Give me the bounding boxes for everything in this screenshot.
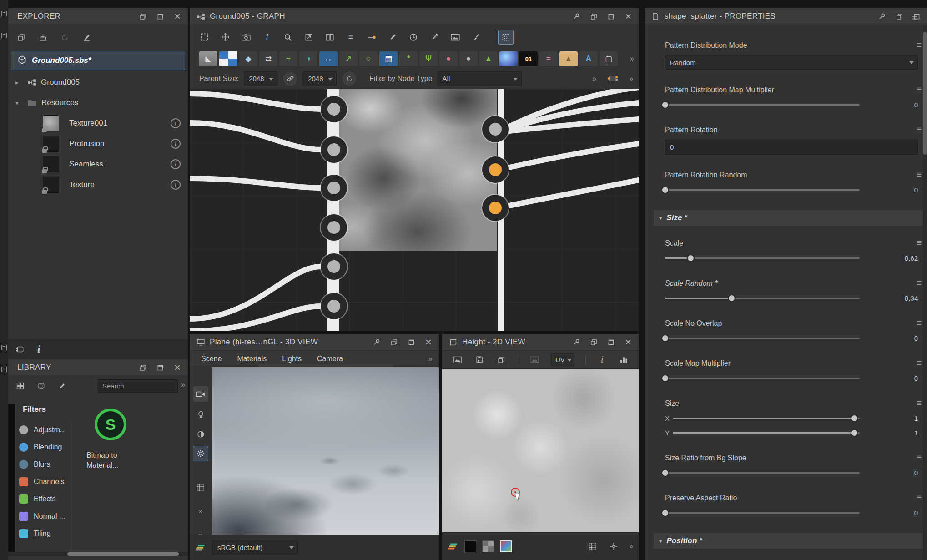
slider[interactable] — [665, 104, 860, 106]
snap-grid-button[interactable] — [498, 30, 514, 45]
graph-canvas[interactable] — [190, 89, 639, 331]
node-icon-safe-transform[interactable]: ↗ — [339, 51, 358, 66]
input-connector[interactable] — [321, 136, 347, 163]
new-package-icon[interactable] — [15, 32, 26, 43]
view3d-viewport[interactable] — [212, 367, 439, 535]
distribution-mode-select[interactable]: Random — [665, 55, 918, 70]
close-icon[interactable]: × — [622, 10, 634, 22]
import-icon[interactable] — [37, 32, 48, 43]
pin-icon[interactable] — [371, 336, 383, 348]
slider-handle[interactable] — [661, 334, 669, 342]
filter-item-effects[interactable]: Effects — [8, 490, 71, 508]
parent-size-select-2[interactable]: 2048 — [303, 71, 337, 86]
float-icon[interactable] — [893, 10, 905, 22]
pin-icon[interactable] — [570, 336, 582, 348]
output-connector-active[interactable] — [482, 156, 509, 183]
node-icon-directional-warp[interactable]: ⇄ — [259, 51, 277, 66]
info-icon[interactable]: i — [171, 118, 181, 128]
maximize-icon[interactable] — [154, 10, 166, 22]
filter-item-blurs[interactable]: Blurs — [8, 456, 71, 473]
channels-layers-icon[interactable] — [448, 541, 458, 552]
node-icon-gradient-wave[interactable]: ≈ — [539, 51, 558, 66]
float-icon[interactable] — [588, 10, 600, 22]
menu-scene[interactable]: Scene — [201, 355, 222, 363]
slider-y[interactable] — [673, 432, 860, 434]
param-menu-icon[interactable]: ≡ — [917, 358, 922, 368]
grid-icon[interactable] — [587, 541, 598, 552]
param-menu-icon[interactable]: ≡ — [917, 399, 922, 408]
search-input[interactable] — [98, 379, 178, 393]
input-connector[interactable] — [321, 293, 347, 319]
node-thumbnail-noise[interactable] — [339, 89, 497, 251]
slider-handle[interactable] — [661, 101, 669, 109]
menu-camera[interactable]: Camera — [317, 355, 343, 363]
overflow-icon[interactable]: » — [592, 75, 596, 83]
package-row-selected[interactable]: Ground005.sbs* — [11, 51, 185, 70]
sync-icon[interactable] — [59, 32, 70, 43]
param-menu-icon[interactable]: ≡ — [917, 125, 922, 134]
input-connector[interactable] — [321, 214, 347, 241]
float-icon[interactable] — [137, 362, 149, 373]
zoom-icon[interactable] — [282, 32, 293, 43]
slider-handle[interactable] — [728, 294, 736, 302]
node-icon-bitmap[interactable]: ◣ — [199, 51, 217, 66]
slider[interactable] — [665, 472, 860, 474]
output-connector-active[interactable] — [482, 195, 509, 221]
slider[interactable] — [665, 257, 860, 259]
histogram-icon[interactable] — [619, 354, 630, 365]
save-icon[interactable] — [474, 354, 485, 365]
tree-item-graph[interactable]: ▸ Ground005 — [8, 72, 188, 92]
community-icon[interactable] — [35, 381, 46, 392]
resource-row[interactable]: Texturei — [8, 174, 188, 195]
export-image-icon[interactable] — [450, 32, 461, 43]
scrollbar-thumb[interactable] — [67, 552, 179, 556]
filter-item-blending[interactable]: Blending — [8, 439, 71, 456]
maximize-icon[interactable] — [605, 10, 617, 22]
slider-handle[interactable] — [687, 254, 695, 262]
close-icon[interactable]: × — [622, 336, 634, 348]
pin-icon[interactable] — [876, 10, 888, 22]
node-type-filter-select[interactable]: All — [438, 71, 522, 86]
float-icon[interactable] — [588, 336, 600, 348]
screenshot-icon[interactable] — [241, 32, 252, 43]
filter-item-normal[interactable]: Normal ... — [8, 508, 71, 525]
node-thumbnail-red[interactable] — [339, 251, 497, 331]
float-icon[interactable] — [388, 336, 400, 348]
vertical-scrollbar[interactable] — [923, 25, 927, 560]
param-menu-icon[interactable]: ≡ — [917, 493, 922, 502]
scrollbar-thumb[interactable] — [923, 32, 927, 155]
view2d-viewport[interactable] — [442, 369, 639, 532]
light-icon[interactable] — [193, 407, 208, 422]
background-checker-swatch[interactable] — [482, 540, 494, 552]
node-icon-splatter[interactable]: * — [399, 51, 418, 66]
link-size-button[interactable] — [282, 71, 298, 86]
filter-item-channels[interactable]: Channels — [8, 473, 71, 490]
library-item[interactable]: S Bitmap to Material... — [86, 409, 146, 470]
node-icon-material-ball[interactable] — [499, 51, 518, 66]
param-menu-icon[interactable]: ≡ — [917, 238, 922, 247]
pin-icon[interactable] — [570, 10, 582, 22]
overflow-icon[interactable]: » — [428, 355, 433, 363]
rotation-input[interactable] — [665, 140, 918, 155]
slider-handle[interactable] — [661, 509, 669, 517]
slider-handle[interactable] — [661, 374, 669, 382]
input-connector[interactable] — [321, 175, 347, 201]
resource-row[interactable]: Protrusioni — [8, 133, 188, 154]
float-icon[interactable] — [137, 10, 149, 22]
output-connector[interactable] — [482, 116, 509, 142]
filter-item-adjustm[interactable]: Adjustm... — [8, 421, 71, 439]
filter-item-tiling[interactable]: Tiling — [8, 525, 71, 542]
link-mode-icon[interactable] — [366, 32, 377, 43]
export-edit-icon[interactable] — [81, 32, 92, 43]
maximize-icon[interactable] — [405, 336, 417, 348]
align-icon[interactable]: ≡ — [345, 32, 356, 43]
horizontal-scrollbar[interactable] — [8, 552, 188, 556]
node-icon-pyramid[interactable]: ▲ — [559, 51, 578, 66]
settings-gear-icon[interactable] — [193, 446, 208, 461]
info-icon[interactable]: i — [171, 159, 181, 169]
param-menu-icon[interactable]: ≡ — [917, 453, 922, 462]
close-icon[interactable]: × — [171, 362, 183, 373]
overflow-icon[interactable]: » — [630, 55, 634, 63]
parent-size-select[interactable]: 2048 — [244, 71, 277, 86]
menu-materials[interactable]: Materials — [237, 355, 267, 363]
